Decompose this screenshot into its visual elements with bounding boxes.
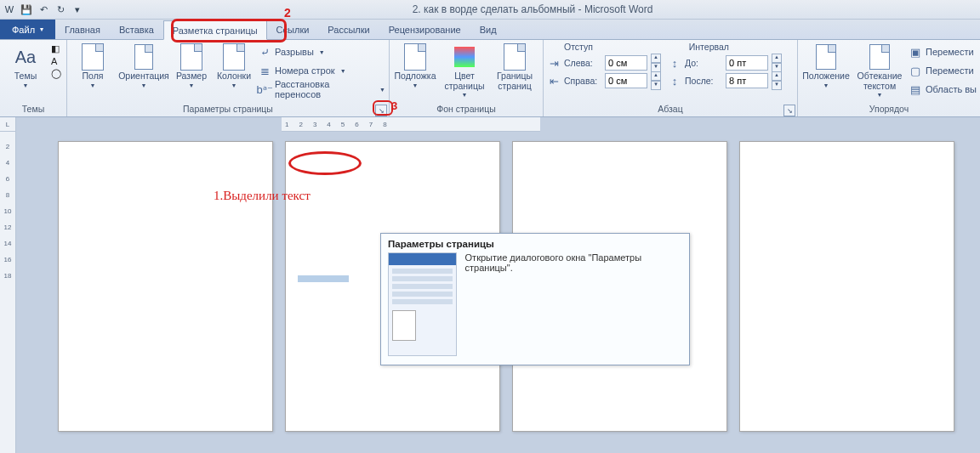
- watermark-icon: [402, 43, 429, 71]
- indent-left-row: ⇥ Слева: ▲▼: [547, 54, 661, 71]
- chevron-down-icon: ▼: [379, 87, 385, 93]
- word-app-icon[interactable]: W: [2, 2, 17, 17]
- spin-up[interactable]: ▲: [651, 71, 661, 81]
- group-label: Абзац ↘: [547, 104, 794, 116]
- spin-down[interactable]: ▼: [651, 81, 661, 90]
- bring-forward-button[interactable]: ▣Перемести: [909, 43, 977, 60]
- group-paragraph: Отступ Интервал ⇥ Слева: ▲▼ ↕ До: ▲▼: [544, 40, 798, 116]
- size-icon: [178, 43, 205, 71]
- ribbon: Aa Темы ▼ ◧ A ◯ Темы Поля ▼ Ориентация: [0, 40, 980, 117]
- theme-fonts-icon[interactable]: A: [51, 56, 63, 66]
- group-arrange: Положение ▼ Обтекание текстом ▼ ▣Перемес…: [798, 40, 980, 116]
- tab-references[interactable]: Ссылки: [267, 20, 319, 39]
- indent-left-icon: ⇥: [547, 57, 561, 70]
- columns-icon: [220, 43, 248, 71]
- tab-review[interactable]: Рецензирование: [379, 20, 470, 39]
- quick-access-toolbar: W 💾 ↶ ↻ ▾: [0, 2, 85, 17]
- line-numbers-button[interactable]: ≣ Номера строк ▼: [258, 62, 385, 79]
- title-bar: W 💾 ↶ ↻ ▾ 2. как в ворде сделать альбомн…: [0, 0, 980, 20]
- redo-icon[interactable]: ↻: [53, 2, 68, 17]
- annotation-number-2: 2: [284, 6, 291, 20]
- group-page-setup: Поля ▼ Ориентация ▼ Размер ▼ Колонки ▼ ⤶: [67, 40, 390, 116]
- annotation-label-step1: 1.Выделили текст: [214, 189, 311, 203]
- save-icon[interactable]: 💾: [19, 2, 34, 17]
- selection-pane-icon: ▤: [909, 82, 922, 96]
- ribbon-tabs: Файл▾ Главная Вставка Разметка страницы …: [0, 20, 980, 40]
- spin-up[interactable]: ▲: [772, 54, 782, 63]
- tab-view[interactable]: Вид: [470, 20, 506, 39]
- text-wrap-icon: [866, 43, 893, 71]
- group-label: Темы: [3, 104, 63, 116]
- spacing-before-input[interactable]: [726, 55, 768, 71]
- chevron-down-icon: ▼: [877, 92, 883, 98]
- indent-right-row: ⇤ Справа: ▲▼: [547, 72, 661, 89]
- vertical-ruler[interactable]: 2 4 6 8 10 12 14 16 18: [0, 117, 16, 453]
- page-color-button[interactable]: Цвет страницы ▼: [441, 42, 488, 98]
- position-button[interactable]: Положение ▼: [801, 42, 851, 88]
- orientation-button[interactable]: Ориентация ▼: [118, 42, 169, 88]
- indent-right-input[interactable]: [605, 73, 647, 88]
- chevron-down-icon: ▼: [141, 82, 147, 88]
- tooltip-description: Открытие диалогового окна "Параметры стр…: [465, 252, 682, 356]
- hyphenation-icon: bᵃ⁻: [258, 82, 271, 96]
- watermark-button[interactable]: Подложка ▼: [393, 42, 437, 88]
- line-numbers-icon: ≣: [258, 64, 271, 77]
- send-backward-icon: ▢: [909, 64, 922, 77]
- window-title: 2. как в ворде сделать альбомный - Micro…: [85, 3, 980, 15]
- bring-forward-icon: ▣: [909, 45, 922, 59]
- hyphenation-button[interactable]: bᵃ⁻ Расстановка переносов ▼: [258, 81, 385, 98]
- spacing-after-input[interactable]: [726, 73, 768, 88]
- indent-left-input[interactable]: [605, 55, 647, 71]
- chevron-down-icon: ▼: [231, 82, 237, 88]
- themes-button[interactable]: Aa Темы ▼: [3, 42, 48, 88]
- theme-colors-icon[interactable]: ◧: [51, 43, 63, 54]
- qat-customize-icon[interactable]: ▾: [70, 2, 85, 17]
- group-label: Параметры страницы ↘: [71, 104, 385, 116]
- tab-page-layout[interactable]: Разметка страницы: [163, 20, 267, 40]
- document-workspace: L 1 2 3 4 5 6 7 8 2 4 6 8 10 12 14 16 18…: [0, 117, 980, 453]
- chevron-down-icon: ▼: [413, 82, 419, 88]
- page-color-icon: [451, 43, 478, 71]
- text-wrap-button[interactable]: Обтекание текстом ▼: [854, 42, 905, 98]
- margins-button[interactable]: Поля ▼: [71, 42, 115, 88]
- borders-icon: [501, 43, 528, 71]
- selection-pane-button[interactable]: ▤Область вы: [909, 81, 977, 98]
- chevron-down-icon: ▼: [823, 82, 829, 88]
- spin-up[interactable]: ▲: [772, 71, 782, 81]
- tab-home[interactable]: Главная: [55, 20, 110, 39]
- page-setup-dialog-launcher[interactable]: ↘: [375, 105, 387, 116]
- tab-file[interactable]: Файл▾: [0, 20, 55, 39]
- undo-icon[interactable]: ↶: [36, 2, 51, 17]
- breaks-icon: ⤶: [258, 45, 271, 59]
- size-button[interactable]: Размер ▼: [173, 42, 210, 88]
- theme-effects-icon[interactable]: ◯: [51, 68, 63, 79]
- horizontal-ruler[interactable]: 1 2 3 4 5 6 7 8: [282, 117, 540, 132]
- position-icon: [812, 43, 840, 71]
- chevron-down-icon: ▼: [23, 82, 29, 88]
- chevron-down-icon: ▼: [462, 92, 468, 98]
- indent-heading: Отступ: [547, 42, 672, 54]
- orientation-icon: [130, 43, 157, 71]
- breaks-button[interactable]: ⤶ Разрывы ▼: [258, 43, 385, 60]
- spacing-before-icon: ↕: [668, 57, 681, 70]
- annotation-number-3: 3: [391, 99, 397, 112]
- spacing-before-row: ↕ До: ▲▼: [668, 54, 782, 71]
- spacing-after-row: ↕ После: ▲▼: [668, 72, 782, 89]
- columns-button[interactable]: Колонки ▼: [214, 42, 254, 88]
- chevron-down-icon: ▼: [340, 68, 346, 74]
- spin-down[interactable]: ▼: [772, 81, 782, 90]
- ruler-corner[interactable]: L: [0, 117, 16, 132]
- chevron-down-icon: ▼: [319, 49, 325, 55]
- tab-insert[interactable]: Вставка: [110, 20, 163, 39]
- document-page[interactable]: [58, 141, 273, 432]
- group-label: Фон страницы: [393, 104, 539, 116]
- send-backward-button[interactable]: ▢Перемести: [909, 62, 977, 79]
- tooltip-title: Параметры страницы: [388, 239, 682, 249]
- page-borders-button[interactable]: Границы страниц: [492, 42, 538, 91]
- paragraph-dialog-launcher[interactable]: ↘: [783, 105, 795, 116]
- tooltip-preview-thumbnail: [388, 252, 457, 356]
- spin-up[interactable]: ▲: [651, 54, 661, 63]
- themes-icon: Aa: [12, 43, 39, 71]
- tab-mailings[interactable]: Рассылки: [318, 20, 379, 39]
- document-page[interactable]: [739, 141, 954, 432]
